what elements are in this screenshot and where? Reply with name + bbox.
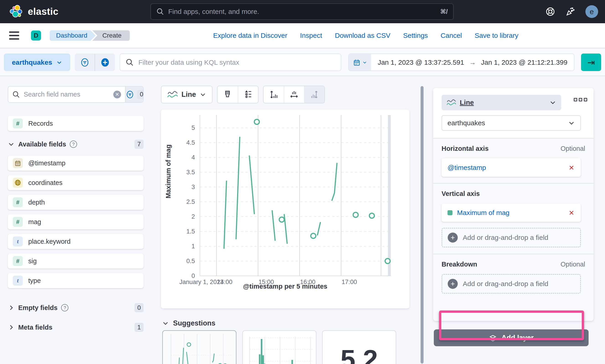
- vertical-axis-icon: [269, 90, 278, 99]
- nav-link-save-to-library[interactable]: Save to library: [475, 32, 518, 39]
- line-chart-icon: [446, 98, 456, 107]
- space-badge[interactable]: D: [31, 30, 41, 40]
- breadcrumb-create: Create: [92, 30, 130, 41]
- suggestion-metric[interactable]: 5.2: [322, 330, 396, 364]
- svg-text:0: 0: [191, 273, 195, 279]
- global-header: elastic ⌘/ e: [0, 0, 605, 23]
- kql-query-box[interactable]: [120, 53, 341, 71]
- help-icon[interactable]: [545, 7, 555, 17]
- dimension-timestamp[interactable]: @timestamp: [442, 158, 581, 177]
- bottom-axis-settings-button[interactable]: [284, 86, 304, 103]
- lens-workspace: ✕ 0 # Records Available fields ? 7: [0, 76, 605, 364]
- apply-arrow-icon: ⇥: [587, 57, 595, 68]
- field-item-coordinates[interactable]: coordinates: [8, 175, 144, 190]
- remove-dimension-icon[interactable]: [568, 209, 575, 216]
- user-avatar[interactable]: e: [585, 5, 598, 18]
- line-chart[interactable]: 00.511.522.533.544.55January 1, 202314:0…: [161, 110, 409, 308]
- breakdown-section: Breakdown Optional + Add or drag-and-dro…: [433, 254, 594, 300]
- meta-fields-count: 1: [134, 323, 144, 332]
- layers-icon: [489, 334, 497, 342]
- number-field-icon: #: [13, 118, 23, 129]
- suggestion-bar-chart[interactable]: [242, 330, 316, 364]
- layer-config-panel: Line earthquakes Horizontal axis Optiona…: [433, 88, 594, 321]
- help-icon[interactable]: ?: [61, 304, 68, 311]
- saved-query-menu-button[interactable]: [75, 53, 94, 71]
- elastic-logo[interactable]: elastic: [9, 4, 58, 19]
- date-quick-select-button[interactable]: [349, 54, 371, 71]
- nav-link-cancel[interactable]: Cancel: [441, 32, 462, 39]
- global-search[interactable]: ⌘/: [150, 3, 454, 20]
- dimension-max-of-mag[interactable]: Maximum of mag: [442, 203, 581, 222]
- breadcrumb: Dashboard Create: [50, 30, 130, 41]
- svg-text:4: 4: [191, 154, 195, 161]
- field-item-type[interactable]: t type: [8, 273, 144, 288]
- svg-text:4.5: 4.5: [186, 139, 195, 146]
- available-fields-header[interactable]: Available fields ? 7: [8, 138, 144, 151]
- horizontal-axis-icon: [290, 90, 299, 99]
- field-item-depth[interactable]: # depth: [8, 195, 144, 210]
- field-item-records[interactable]: # Records: [8, 116, 144, 131]
- chart-toolbar: Line: [161, 86, 325, 104]
- field-search-control: ✕ 0: [8, 86, 144, 103]
- plus-circle-icon: +: [448, 233, 458, 243]
- suggestions-accordion[interactable]: Suggestions: [162, 319, 215, 327]
- chevron-down-icon: [56, 59, 62, 65]
- field-item-timestamp[interactable]: @timestamp: [8, 156, 144, 171]
- chevron-down-icon: [549, 99, 556, 106]
- nav-link-settings[interactable]: Settings: [403, 32, 428, 39]
- empty-fields-header[interactable]: Empty fields ? 0: [8, 301, 144, 314]
- field-search-input[interactable]: [24, 91, 110, 98]
- kql-query-input[interactable]: [138, 59, 335, 66]
- svg-text:0.5: 0.5: [186, 258, 195, 264]
- field-item-mag[interactable]: # mag: [8, 214, 144, 229]
- field-item-place-keyword[interactable]: t place.keyword: [8, 234, 144, 249]
- news-party-popper-icon[interactable]: [565, 7, 575, 17]
- chart-type-switcher[interactable]: Line: [161, 86, 213, 104]
- chevron-down-icon: [162, 320, 169, 327]
- layer-dataview-select[interactable]: earthquakes: [442, 115, 581, 131]
- nav-link-explore-discover[interactable]: Explore data in Discover: [213, 32, 287, 39]
- line-chart-icon: [167, 90, 178, 99]
- field-filter-count: 0: [137, 90, 144, 99]
- logo-wordmark: elastic: [28, 6, 58, 17]
- field-filter-button[interactable]: 0: [125, 87, 144, 102]
- search-shortcut: ⌘/: [440, 8, 448, 15]
- nav-link-download-csv[interactable]: Download as CSV: [335, 32, 390, 39]
- chevron-down-icon: [8, 141, 14, 148]
- filter-circle-icon: [80, 58, 90, 67]
- meta-fields-header[interactable]: Meta fields 1: [8, 321, 144, 334]
- visual-options-button[interactable]: [217, 86, 238, 103]
- vertical-axis-dropzone[interactable]: + Add or drag-and-drop a field: [442, 228, 581, 247]
- add-layer-button[interactable]: Add layer: [434, 329, 589, 346]
- left-axis-settings-button[interactable]: [264, 86, 284, 103]
- field-item-sig[interactable]: # sig: [8, 254, 144, 269]
- workspace-scrollbar[interactable]: [421, 86, 424, 364]
- calendar-icon: [353, 59, 361, 66]
- query-bar: earthquakes: [0, 48, 605, 76]
- menu-icon[interactable]: [9, 31, 19, 40]
- nav-link-inspect[interactable]: Inspect: [300, 32, 322, 39]
- date-range-end[interactable]: Jan 1, 2023 @ 21:12:21.399: [481, 59, 567, 66]
- number-field-icon: #: [13, 217, 23, 227]
- series-color-swatch: [447, 210, 453, 215]
- remove-dimension-icon[interactable]: [568, 164, 575, 171]
- layer-settings-icon[interactable]: [574, 98, 587, 101]
- text-field-icon: t: [13, 236, 23, 247]
- breadcrumb-dashboard[interactable]: Dashboard: [50, 30, 95, 41]
- global-search-input[interactable]: [168, 8, 436, 15]
- plus-circle-icon: [100, 57, 110, 67]
- layer-chart-type-select[interactable]: Line: [442, 95, 561, 110]
- search-icon: [126, 58, 134, 66]
- suggestion-current-line-chart[interactable]: [162, 330, 236, 364]
- date-field-icon: [13, 158, 23, 168]
- breakdown-dropzone[interactable]: + Add or drag-and-drop a field: [442, 274, 581, 294]
- svg-text:2.5: 2.5: [186, 198, 195, 205]
- legend-settings-button[interactable]: [238, 86, 258, 103]
- date-range-arrow: →: [469, 59, 476, 66]
- refresh-query-button[interactable]: ⇥: [581, 53, 601, 71]
- clear-search-icon[interactable]: ✕: [113, 91, 121, 98]
- dataview-picker-button[interactable]: earthquakes: [4, 53, 70, 71]
- date-range-start[interactable]: Jan 1, 2023 @ 13:37:25.591: [378, 59, 464, 66]
- help-icon[interactable]: ?: [70, 141, 77, 148]
- add-filter-button[interactable]: [94, 53, 115, 71]
